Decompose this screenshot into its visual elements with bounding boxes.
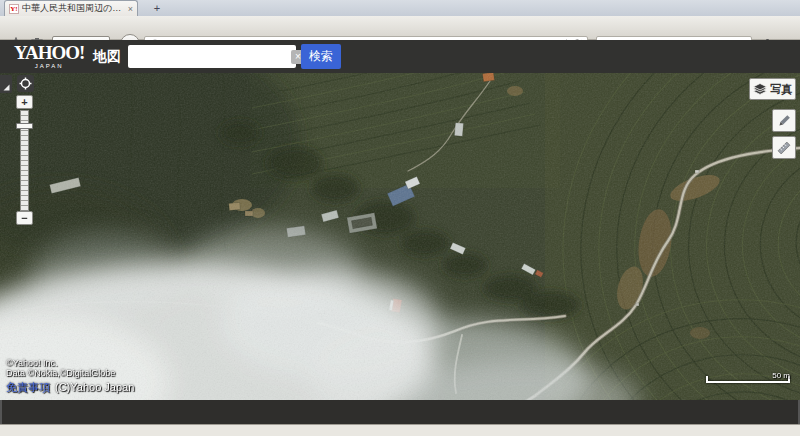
satellite-imagery (0, 73, 800, 400)
ruler-icon (777, 141, 791, 155)
pencil-icon (777, 114, 791, 128)
image-grain (0, 73, 800, 400)
disclaimer-link[interactable]: 免責事項 (6, 381, 50, 393)
page-background-band (0, 400, 800, 424)
map-search-button[interactable]: 検索 (301, 44, 341, 69)
tab-bar: Y! 中華人民共和国周辺の地図 × + (0, 0, 800, 16)
copyright-label: (C)Yahoo Japan (55, 381, 134, 393)
map-search-field[interactable]: × (128, 45, 296, 68)
satellite-map-canvas[interactable]: + − 写真 (0, 73, 800, 400)
attribution-line-1: ©Yahoo! Inc. (6, 358, 58, 368)
yahoo-japan-logo[interactable]: YAHOO! JAPAN (14, 43, 84, 69)
zoom-in-button[interactable]: + (16, 95, 33, 109)
window-bottom-edge (0, 424, 800, 436)
layers-icon (753, 83, 767, 96)
zoom-slider-handle[interactable] (16, 123, 33, 129)
tab-title: 中華人民共和国周辺の地図 (22, 2, 125, 15)
crosshair-icon (19, 77, 32, 90)
map-search-input[interactable] (136, 50, 291, 64)
yahoo-favicon-icon: Y! (9, 4, 19, 14)
browser-tab[interactable]: Y! 中華人民共和国周辺の地図 × (4, 0, 138, 16)
new-tab-button[interactable]: + (146, 2, 168, 15)
service-name-label: 地図 (93, 48, 121, 66)
panel-collapse-tab[interactable] (0, 75, 12, 93)
browser-window: Y! 中華人民共和国周辺の地図 × + None ▼ (0, 0, 800, 436)
navigation-toolbar: None ▼ (0, 16, 800, 40)
current-location-button[interactable] (17, 75, 34, 92)
photo-layer-button[interactable]: 写真 (749, 78, 796, 100)
attribution-line-3: 免責事項(C)Yahoo Japan (6, 380, 134, 395)
scale-line (706, 380, 790, 383)
zoom-out-button[interactable]: − (16, 211, 33, 225)
collapse-arrow-icon (3, 84, 10, 91)
tab-close-icon[interactable]: × (128, 4, 133, 14)
map-scale-bar: 50 m (706, 373, 790, 387)
site-header: YAHOO! JAPAN 地図 × 検索 URL (0, 40, 800, 73)
attribution-line-2: Data ©Nokia,©DigitalGlobe (6, 368, 115, 378)
measure-distance-button[interactable] (772, 136, 796, 159)
scale-label: 50 m (772, 371, 790, 380)
draw-route-button[interactable] (772, 109, 796, 132)
photo-layer-label: 写真 (771, 82, 793, 97)
